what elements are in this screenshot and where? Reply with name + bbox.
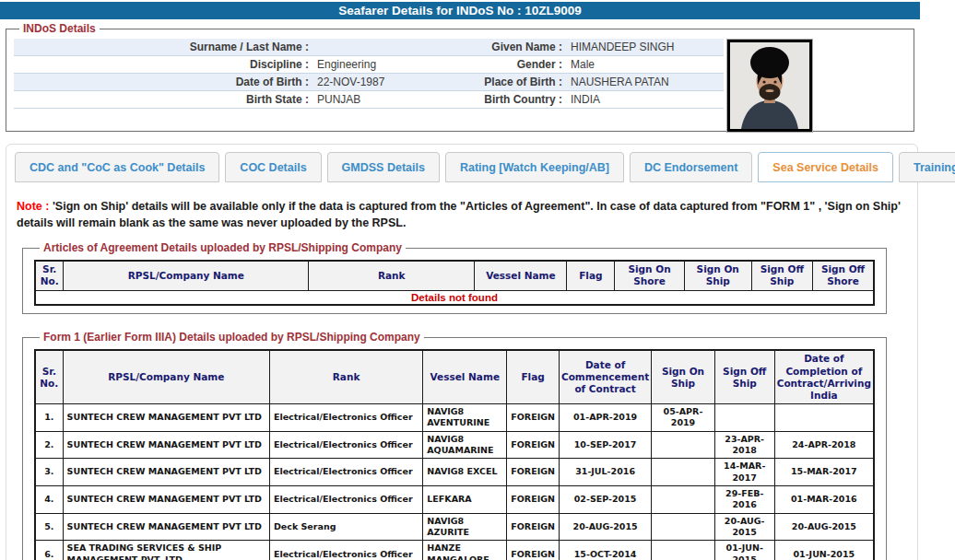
- field-value: NAUSHERA PATAN: [567, 74, 724, 90]
- table-header-row: Sr. No.RPSL/Company NameRankVessel NameF…: [35, 261, 874, 290]
- table-cell: 14-MAR-2017: [714, 459, 774, 486]
- column-header: Rank: [269, 350, 422, 403]
- seafarer-photo: [727, 40, 812, 132]
- table-cell: 15-MAR-2017: [774, 459, 874, 486]
- indos-details-legend: INDoS Details: [19, 22, 100, 35]
- table-cell: 01-JUN-2015: [774, 541, 874, 560]
- table-cell: 10-SEP-2017: [559, 431, 651, 459]
- field-label: Place of Birth :: [419, 74, 567, 90]
- table-cell: NAVIG8 AZURITE: [423, 513, 507, 541]
- form1-legend: Form 1 (Earlier Form IIIA) Details uploa…: [40, 331, 424, 344]
- tab-coc-details[interactable]: COC Details: [225, 152, 321, 182]
- column-header: Flag: [567, 261, 615, 290]
- table-cell: NAVIG8 AVENTURINE: [423, 403, 507, 431]
- table-cell: 20-AUG-2015: [774, 513, 874, 541]
- table-cell: 01-MAR-2016: [774, 486, 874, 514]
- table-cell: Deck Serang: [269, 513, 422, 541]
- table-cell: 3.: [35, 459, 63, 486]
- table-cell: FOREIGN: [507, 513, 560, 541]
- field-value: PUNJAB: [313, 91, 419, 108]
- column-header: Sr. No.: [35, 350, 63, 403]
- table-empty-row: Details not found: [35, 290, 874, 305]
- table-cell: Electrical/Electronics Officer: [269, 403, 422, 431]
- table-cell: 5.: [35, 513, 63, 541]
- articles-table: Sr. No.RPSL/Company NameRankVessel NameF…: [34, 260, 875, 306]
- table-cell: [652, 513, 715, 541]
- table-header-row: Sr. No.RPSL/Company NameRankVessel NameF…: [35, 350, 874, 403]
- tab-cdc-and-coc-as-cook-details[interactable]: CDC and "CoC as Cook" Details: [15, 152, 219, 182]
- note-prefix: Note :: [17, 200, 49, 213]
- column-header: Sign Off Ship: [714, 350, 774, 403]
- column-header: Date of Commencement of Contract: [559, 350, 651, 403]
- column-header: Vessel Name: [475, 261, 567, 290]
- table-cell: FOREIGN: [507, 459, 560, 486]
- table-cell: FOREIGN: [507, 541, 560, 560]
- field-label: Given Name :: [419, 39, 567, 55]
- table-row: 3.SUNTECH CREW MANAGEMENT PVT LTDElectri…: [35, 459, 874, 486]
- table-cell: SUNTECH CREW MANAGEMENT PVT LTD: [63, 403, 269, 431]
- field-label: Surname / Last Name :: [14, 39, 313, 55]
- table-cell: [652, 431, 715, 459]
- table-cell: 05-APR-2019: [652, 403, 715, 431]
- form1-fieldset: Form 1 (Earlier Form IIIA) Details uploa…: [22, 331, 887, 560]
- column-header: Sign On Shore: [615, 261, 685, 290]
- articles-legend: Articles of Agreement Details uploaded b…: [40, 241, 406, 254]
- field-value: HIMANDEEP SINGH: [567, 39, 724, 55]
- field-label: Discipline :: [14, 56, 313, 73]
- table-cell: [652, 541, 715, 560]
- table-cell: [774, 403, 874, 431]
- table-cell: SUNTECH CREW MANAGEMENT PVT LTD: [63, 513, 269, 541]
- table-row: 2.SUNTECH CREW MANAGEMENT PVT LTDElectri…: [35, 431, 874, 459]
- table-cell: 02-SEP-2015: [559, 486, 651, 514]
- table-cell: 01-APR-2019: [559, 403, 651, 431]
- indos-row: Discipline :EngineeringGender :Male: [14, 56, 724, 74]
- table-cell: 2.: [35, 431, 63, 459]
- tab-dc-endorsement[interactable]: DC Endorsement: [630, 152, 752, 182]
- indos-row: Surname / Last Name :Given Name :HIMANDE…: [14, 39, 724, 56]
- table-cell: Electrical/Electronics Officer: [269, 486, 422, 514]
- indos-details-fieldset: INDoS Details Surname / Last Name :Given…: [6, 22, 914, 132]
- table-cell: SUNTECH CREW MANAGEMENT PVT LTD: [63, 459, 269, 486]
- column-header: Vessel Name: [423, 350, 507, 403]
- table-cell: NAVIG8 EXCEL: [423, 459, 507, 486]
- tab-sea-service-details[interactable]: Sea Service Details: [758, 152, 893, 182]
- table-cell: 24-APR-2018: [774, 431, 874, 459]
- table-cell: Electrical/Electronics Officer: [269, 541, 422, 560]
- field-label: Gender :: [419, 56, 567, 73]
- note-text: Note : 'Sign on Ship' details will be av…: [17, 198, 907, 231]
- field-value: Male: [567, 56, 724, 73]
- table-cell: FOREIGN: [507, 486, 560, 514]
- column-header: Sign On Ship: [652, 350, 715, 403]
- tab-gmdss-details[interactable]: GMDSS Details: [327, 152, 440, 182]
- table-cell: [652, 459, 715, 486]
- table-cell: 23-APR-2018: [714, 431, 774, 459]
- field-label: Date of Birth :: [14, 74, 313, 90]
- table-row: 5.SUNTECH CREW MANAGEMENT PVT LTDDeck Se…: [35, 513, 874, 541]
- table-cell: 29-FEB-2016: [714, 486, 774, 514]
- note-body: 'Sign on Ship' details will be available…: [17, 200, 901, 229]
- tabs-panel: CDC and "CoC as Cook" DetailsCOC Details…: [6, 144, 918, 560]
- table-cell: 6.: [35, 541, 63, 560]
- column-header: Flag: [507, 350, 560, 403]
- page-title: Seafarer Details for INDoS No : 10ZL9009: [0, 2, 920, 19]
- table-cell: FOREIGN: [507, 403, 560, 431]
- table-cell: LEFKARA: [423, 486, 507, 514]
- table-cell: SEA TRADING SERVICES & SHIP MANAGEMENT P…: [63, 541, 269, 560]
- table-row: 6.SEA TRADING SERVICES & SHIP MANAGEMENT…: [35, 541, 874, 560]
- column-header: RPSL/Company Name: [64, 261, 309, 290]
- table-cell: SUNTECH CREW MANAGEMENT PVT LTD: [63, 431, 269, 459]
- column-header: Sr. No.: [35, 261, 64, 290]
- table-cell: SUNTECH CREW MANAGEMENT PVT LTD: [63, 486, 269, 514]
- table-cell: HANZE MANGALORE: [423, 541, 507, 560]
- table-cell: 01-JUN-2015: [714, 541, 774, 560]
- table-cell: [652, 486, 715, 514]
- column-header: Date of Completion of Contract/Arriving …: [774, 350, 874, 403]
- table-cell: 4.: [35, 486, 63, 514]
- column-header: Sign Off Ship: [751, 261, 812, 290]
- table-cell: 15-OCT-2014: [559, 541, 651, 560]
- table-cell: NAVIG8 AQUAMARINE: [423, 431, 507, 459]
- tab-rating-watch-keeping-ab[interactable]: Rating [Watch Keeping/AB]: [445, 152, 624, 182]
- table-cell: 20-AUG-2015: [559, 513, 651, 541]
- empty-message: Details not found: [35, 290, 874, 305]
- tab-training-details[interactable]: Training Details: [899, 152, 955, 182]
